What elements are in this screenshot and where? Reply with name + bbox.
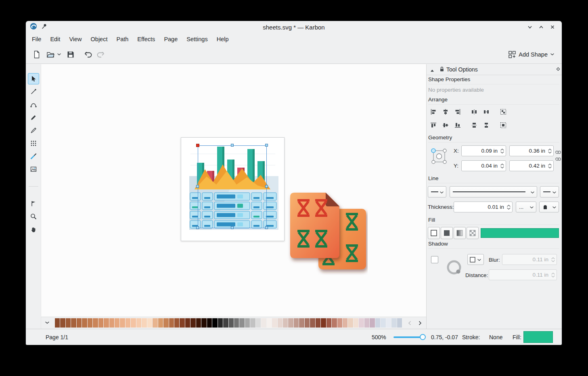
palette-swatch[interactable]	[267, 318, 272, 328]
palette-swatch[interactable]	[163, 318, 168, 328]
palette-swatch[interactable]	[71, 318, 76, 328]
menu-edit[interactable]: Edit	[46, 34, 65, 44]
group-objects-button[interactable]	[498, 107, 508, 117]
palette-swatch[interactable]	[359, 318, 364, 328]
palette-swatch[interactable]	[109, 318, 114, 328]
distribute-v-center-button[interactable]	[481, 120, 492, 130]
palette-swatch[interactable]	[283, 318, 288, 328]
palette-swatch[interactable]	[207, 318, 212, 328]
select-tool-button[interactable]	[28, 73, 39, 84]
palette-swatch[interactable]	[370, 318, 375, 328]
float-panel-button[interactable]	[556, 67, 561, 73]
palette-swatch[interactable]	[126, 318, 130, 328]
y-position-spinbox[interactable]: 0.04 in	[461, 160, 506, 171]
palette-scroll-right-button[interactable]	[415, 318, 425, 328]
collapse-panel-button[interactable]	[430, 67, 434, 74]
zoom-slider-handle[interactable]	[420, 334, 426, 340]
palette-swatch[interactable]	[261, 318, 266, 328]
palette-swatch[interactable]	[375, 318, 380, 328]
palette-swatch[interactable]	[158, 318, 163, 328]
palette-swatch[interactable]	[332, 318, 337, 328]
palette-swatch[interactable]	[299, 318, 304, 328]
palette-scroll-left-button[interactable]	[404, 318, 415, 328]
zoom-percentage[interactable]: 500%	[372, 329, 386, 345]
palette-swatch[interactable]	[278, 318, 282, 328]
selection-handle-nw[interactable]	[196, 144, 199, 147]
line-cap-combobox[interactable]	[539, 202, 559, 212]
palette-swatch[interactable]	[239, 318, 244, 328]
palette-swatch[interactable]	[153, 318, 157, 328]
palette-swatch[interactable]	[326, 318, 331, 328]
open-recent-chevron[interactable]	[56, 48, 62, 61]
pattern-tool-button[interactable]	[28, 138, 39, 149]
align-bottom-button[interactable]	[452, 120, 463, 130]
canvas[interactable]	[41, 64, 426, 329]
window-close-button[interactable]	[549, 23, 556, 31]
shadow-color-combobox[interactable]	[467, 254, 484, 265]
palette-swatch[interactable]	[294, 318, 299, 328]
palette-swatch[interactable]	[245, 318, 250, 328]
distribute-v-top-button[interactable]	[469, 120, 479, 130]
align-top-button[interactable]	[428, 120, 439, 130]
palette-swatch[interactable]	[66, 318, 71, 328]
window-shade-button[interactable]	[526, 23, 534, 31]
palette-swatch[interactable]	[55, 318, 60, 328]
line-style-combobox[interactable]	[450, 186, 537, 197]
palette-swatch[interactable]	[147, 318, 152, 328]
ungroup-objects-button[interactable]	[498, 120, 508, 130]
line-end-marker-combobox[interactable]	[540, 186, 559, 197]
palette-menu-button[interactable]	[42, 318, 52, 328]
selection-handle-se[interactable]	[265, 226, 268, 229]
palette-swatch[interactable]	[364, 318, 369, 328]
selection-handle-w[interactable]	[196, 185, 199, 188]
palette-swatch[interactable]	[185, 318, 190, 328]
palette-swatch[interactable]	[397, 318, 402, 328]
palette-swatch[interactable]	[288, 318, 293, 328]
align-hcenter-button[interactable]	[440, 107, 451, 117]
position-anchor-widget[interactable]	[429, 146, 449, 168]
pen-tool-button[interactable]	[28, 86, 39, 97]
palette-swatch[interactable]	[310, 318, 315, 328]
palette-swatch[interactable]	[196, 318, 201, 328]
miter-limit-combobox[interactable]: ...	[516, 202, 536, 212]
palette-swatch[interactable]	[272, 318, 277, 328]
palette-swatch[interactable]	[316, 318, 320, 328]
palette-swatch[interactable]	[229, 318, 234, 328]
palette-swatch[interactable]	[169, 318, 174, 328]
palette-swatch[interactable]	[391, 318, 396, 328]
palette-swatch[interactable]	[120, 318, 125, 328]
menu-path[interactable]: Path	[112, 34, 133, 44]
flag-tool-button[interactable]	[28, 198, 39, 209]
fill-pattern-button[interactable]	[467, 227, 479, 239]
palette-swatch[interactable]	[381, 318, 385, 328]
fill-color-swatch[interactable]	[523, 331, 553, 343]
menu-file[interactable]: File	[27, 34, 46, 44]
palette-swatch[interactable]	[82, 318, 87, 328]
fill-color-bar[interactable]	[481, 228, 559, 238]
palette-swatch[interactable]	[174, 318, 179, 328]
redo-button[interactable]	[94, 48, 107, 61]
x-position-spinbox[interactable]: 0.09 in	[461, 145, 506, 156]
menu-settings[interactable]: Settings	[182, 34, 212, 44]
height-spinbox[interactable]: 0.42 in	[509, 160, 554, 171]
shadow-enable-checkbox[interactable]	[431, 256, 438, 263]
image-tool-button[interactable]	[28, 164, 39, 175]
palette-swatch[interactable]	[142, 318, 146, 328]
add-shape-button[interactable]: Add Shape	[506, 49, 557, 60]
palette-swatch[interactable]	[343, 318, 347, 328]
selection-handle-sw[interactable]	[196, 226, 199, 229]
palette-swatch[interactable]	[321, 318, 326, 328]
zoom-slider-track[interactable]	[393, 336, 423, 338]
palette-swatch[interactable]	[337, 318, 342, 328]
palette-swatch[interactable]	[348, 318, 353, 328]
menu-effects[interactable]: Effects	[133, 34, 159, 44]
shadow-angle-dial[interactable]	[445, 258, 463, 277]
selection-handle-ne[interactable]	[265, 144, 268, 147]
selection-handle-e[interactable]	[265, 185, 268, 188]
palette-swatch[interactable]	[234, 318, 239, 328]
align-left-button[interactable]	[428, 107, 439, 117]
curve-tool-button[interactable]	[28, 99, 39, 110]
align-vcenter-button[interactable]	[440, 120, 451, 130]
palette-swatch[interactable]	[60, 318, 65, 328]
undo-button[interactable]	[82, 48, 94, 61]
